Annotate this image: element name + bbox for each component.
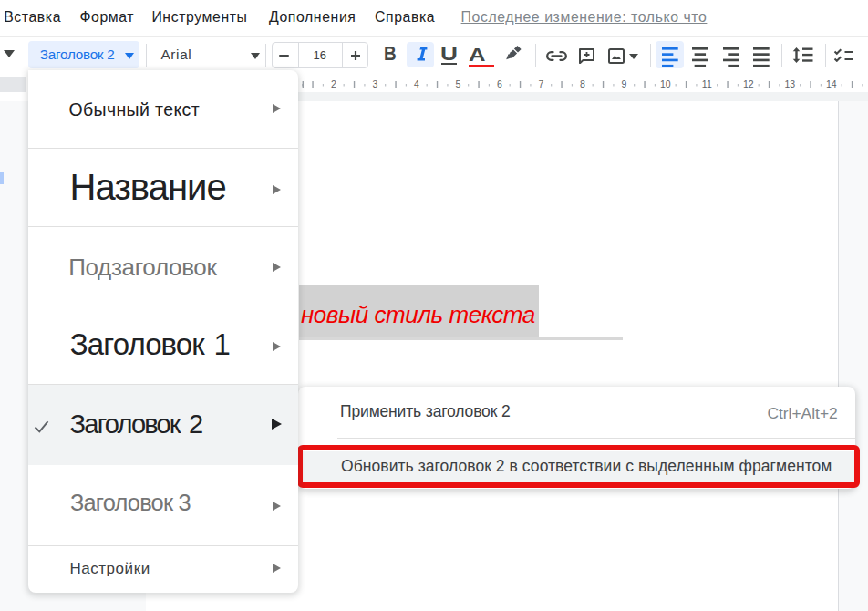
svg-text:3: 3 bbox=[372, 78, 377, 89]
svg-text:8: 8 bbox=[580, 78, 585, 89]
svg-text:10: 10 bbox=[660, 78, 671, 89]
svg-text:11: 11 bbox=[702, 78, 712, 89]
svg-text:14: 14 bbox=[826, 78, 837, 89]
svg-text:6: 6 bbox=[497, 78, 502, 89]
svg-text:4: 4 bbox=[414, 78, 419, 89]
svg-text:9: 9 bbox=[621, 78, 626, 89]
svg-text:2: 2 bbox=[331, 78, 336, 89]
svg-text:5: 5 bbox=[455, 78, 460, 89]
svg-text:12: 12 bbox=[743, 78, 754, 89]
svg-text:13: 13 bbox=[784, 78, 795, 89]
svg-text:7: 7 bbox=[538, 78, 543, 89]
